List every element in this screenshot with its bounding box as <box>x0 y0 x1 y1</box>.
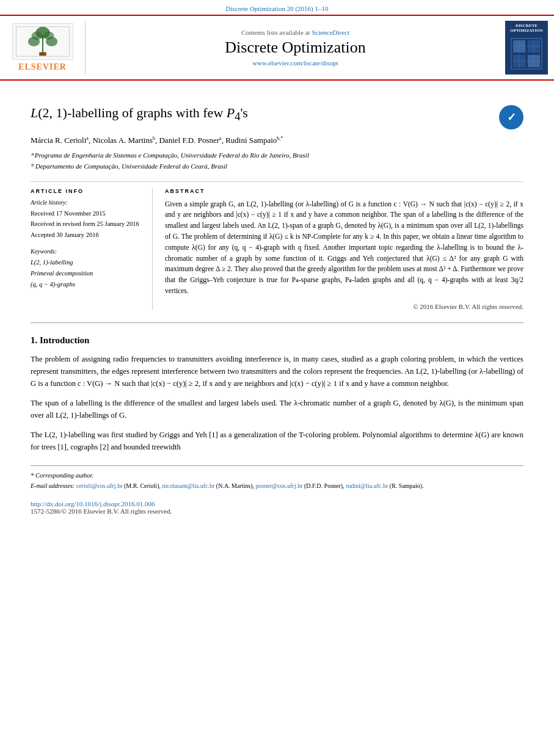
affiliations: ᵃ Programa de Engenharia de Sistemas e C… <box>31 150 523 172</box>
svg-rect-8 <box>39 52 46 56</box>
doi-section: http://dx.doi.org/10.1016/j.disopt.2016.… <box>31 500 523 515</box>
cover-image <box>508 35 545 72</box>
emails-label: E-mail addresses: <box>31 482 75 489</box>
email1-person: (M.R. Cerioli), <box>124 482 161 489</box>
article-title-row: L(2, 1)-labelling of graphs with few P4'… <box>31 105 523 129</box>
elsevier-logo: ELSEVIER <box>6 21 86 75</box>
journal-title-header: Discrete Optimization <box>225 38 365 57</box>
history-title: Article history: <box>31 199 143 206</box>
copyright-line: © 2016 Elsevier B.V. All rights reserved… <box>165 303 523 310</box>
sciencedirect-link[interactable]: ScienceDirect <box>312 29 349 36</box>
received-date: Received 17 November 2015 <box>31 208 143 219</box>
keywords-list: L(2, 1)-labelling Primeval decomposition… <box>31 257 143 290</box>
email4-person: (R. Sampaio). <box>390 482 424 489</box>
keyword-1: L(2, 1)-labelling <box>31 257 143 268</box>
email2-person: (N.A. Martins), <box>216 482 254 489</box>
intro-para-1: The problem of assigning radio frequenci… <box>31 353 523 390</box>
introduction-section: 1. Introduction The problem of assigning… <box>31 335 523 453</box>
journal-center: Contents lists available at ScienceDirec… <box>92 21 499 75</box>
email3-person: (D.F.D. Posner), <box>304 482 344 489</box>
svg-point-7 <box>43 32 53 40</box>
doi-anchor[interactable]: http://dx.doi.org/10.1016/j.disopt.2016.… <box>31 500 155 507</box>
top-bar: Discrete Optimization 20 (2016) 1–10 <box>0 0 554 15</box>
email2[interactable]: nicolasam@lia.ufc.br <box>162 482 214 489</box>
intro-para-2: The span of a labelling is the differenc… <box>31 397 523 421</box>
abstract-text: Given a simple graph G, an L(2, 1)-label… <box>165 199 523 297</box>
svg-point-6 <box>31 32 42 40</box>
authors-line: Márcia R. Ceriolia, Nicolas A. Martinsb,… <box>31 136 523 145</box>
abstract-section: ABSTRACT Given a simple graph G, an L(2,… <box>165 188 523 310</box>
accepted-date: Accepted 30 January 2016 <box>31 230 143 241</box>
cover-title: DISCRETEOPTIMIZATION <box>510 23 543 33</box>
contents-line: Contents lists available at ScienceDirec… <box>241 29 349 36</box>
history-subsection: Article history: Received 17 November 20… <box>31 199 143 241</box>
journal-url[interactable]: www.elsevier.com/locate/disopt <box>252 59 338 67</box>
elsevier-logo-image <box>12 23 73 60</box>
article-title-text: L(2, 1)-labelling of graphs with few P4'… <box>31 105 248 123</box>
section-divider <box>31 322 523 323</box>
journal-cover: DISCRETEOPTIMIZATION <box>505 21 548 75</box>
elsevier-brand-text: ELSEVIER <box>18 62 67 72</box>
crossmark-badge[interactable]: ✓ <box>499 105 523 129</box>
corresponding-author-note: * Corresponding author. <box>31 471 523 481</box>
article-info-column: ARTICLE INFO Article history: Received 1… <box>31 188 153 310</box>
keywords-title: Keywords: <box>31 248 143 255</box>
article-info-title: ARTICLE INFO <box>31 188 143 194</box>
two-column-layout: ARTICLE INFO Article history: Received 1… <box>31 188 523 310</box>
intro-para-3: The L(2, 1)-labelling was first studied … <box>31 429 523 453</box>
abstract-title: ABSTRACT <box>165 188 523 194</box>
affiliation-a: ᵃ Programa de Engenharia de Sistemas e C… <box>31 150 523 161</box>
header-section: ELSEVIER Contents lists available at Sci… <box>0 15 554 81</box>
keyword-3: (q, q − 4)-graphs <box>31 279 143 290</box>
journal-reference: Discrete Optimization 20 (2016) 1–10 <box>225 5 328 12</box>
email4[interactable]: rudini@lia.ufc.br <box>346 482 388 489</box>
divider-top <box>31 181 523 182</box>
affiliation-b: ᵇ Departamento de Computação, Universida… <box>31 161 523 172</box>
footnote-section: * Corresponding author. E-mail addresses… <box>31 465 523 491</box>
doi-link[interactable]: http://dx.doi.org/10.1016/j.disopt.2016.… <box>31 500 523 507</box>
issn-line: 1572-5286/© 2016 Elsevier B.V. All right… <box>31 507 523 515</box>
received-revised-date: Received in revised form 25 January 2016 <box>31 219 143 230</box>
email3[interactable]: posner@cos.ufrj.br <box>256 482 303 489</box>
email-addresses-line: E-mail addresses: cerioli@cos.ufrj.br (M… <box>31 481 523 491</box>
keywords-subsection: Keywords: L(2, 1)-labelling Primeval dec… <box>31 248 143 290</box>
keyword-2: Primeval decomposition <box>31 268 143 279</box>
main-content: L(2, 1)-labelling of graphs with few P4'… <box>0 81 554 527</box>
email1[interactable]: cerioli@cos.ufrj.br <box>76 482 123 489</box>
info-dates: Received 17 November 2015 Received in re… <box>31 208 143 241</box>
introduction-heading: 1. Introduction <box>31 335 523 346</box>
